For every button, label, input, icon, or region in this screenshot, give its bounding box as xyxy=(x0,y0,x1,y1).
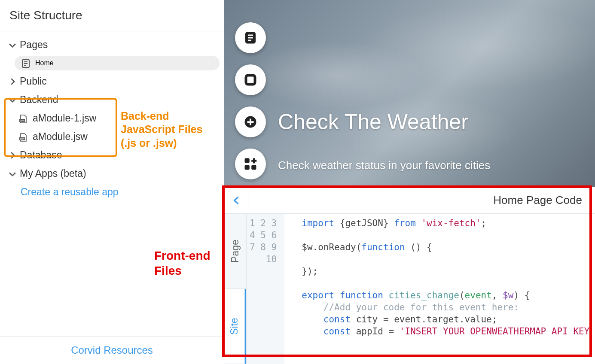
annotation-backend-box xyxy=(4,98,117,157)
chevron-down-icon xyxy=(8,40,17,50)
site-preview: Check The Weather Check weather status i… xyxy=(224,0,595,187)
panel-title: Site Structure xyxy=(0,0,224,31)
annotation-frontend-box xyxy=(222,185,592,357)
site-structure-panel: Site Structure Pages Home Public Backend xyxy=(0,0,224,364)
corvid-resources-link[interactable]: Corvid Resources xyxy=(0,336,224,364)
chevron-right-icon xyxy=(8,77,17,86)
tool-apps-button[interactable] xyxy=(235,149,266,179)
svg-rect-8 xyxy=(245,158,250,163)
chevron-down-icon xyxy=(8,169,17,179)
tree-section-pages[interactable]: Pages xyxy=(0,36,224,54)
tree-section-myapps[interactable]: My Apps (beta) xyxy=(0,164,224,183)
tool-add-button[interactable] xyxy=(235,106,266,137)
svg-rect-9 xyxy=(251,165,256,170)
preview-subtitle: Check weather status in your favorite ci… xyxy=(278,159,490,172)
tool-text-button[interactable] xyxy=(235,22,266,53)
tool-stop-button[interactable] xyxy=(235,64,266,95)
tree-item-label: Home xyxy=(35,59,54,67)
tree-item-home[interactable]: Home xyxy=(15,56,220,70)
svg-rect-10 xyxy=(245,165,250,170)
svg-rect-12 xyxy=(251,160,256,162)
create-reusable-app-link[interactable]: Create a reusable app xyxy=(0,183,224,201)
editor-tool-column xyxy=(235,22,266,179)
page-icon xyxy=(21,58,31,68)
annotation-backend-label: Back-end JavaScript Files (.js or .jsw) xyxy=(121,109,220,150)
svg-rect-6 xyxy=(246,76,255,85)
tree-section-public[interactable]: Public xyxy=(0,72,224,91)
preview-heading: Check The Weather xyxy=(278,109,468,134)
annotation-frontend-label: Front-end Files xyxy=(154,248,219,278)
